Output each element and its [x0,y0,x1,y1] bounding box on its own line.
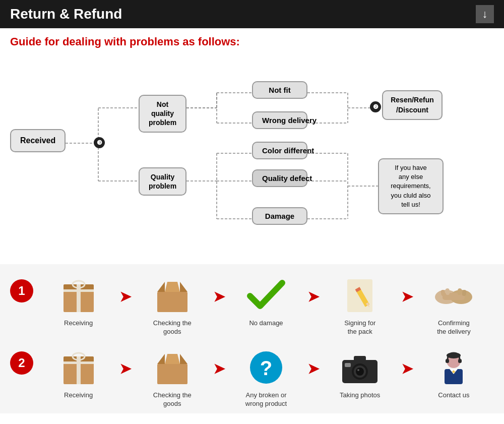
pencil-icon [337,274,383,317]
svg-marker-52 [180,354,187,364]
step-2-items: Receiving ➤ Checking thegoods ➤ [38,346,494,408]
svg-rect-30 [157,292,187,312]
step-row-2: 2 Receiving ➤ [5,341,499,413]
svg-marker-31 [157,282,165,292]
step-1-checking-label: Checking thegoods [153,319,192,336]
arrow-5: ➤ [118,346,132,377]
step-1-signing-label: Signing forthe pack [344,319,375,336]
step-1-receiving-label: Receiving [64,319,93,328]
guide-subtitle: Guide for dealing with problems as follo… [0,28,504,52]
svg-point-60 [357,369,359,371]
step-2-contact: Contact us [414,346,494,400]
not-quality-box: Not quality problem [139,95,186,133]
step-2-broken: ? Any broken orwrong product [226,346,306,408]
box-closed-icon [56,274,101,317]
resend-refund-box: Resen/Refun/Discount [382,90,443,120]
step-1-confirming-label: Confirmingthe delivery [437,319,470,336]
svg-rect-68 [458,359,462,363]
arrow-4: ➤ [400,274,414,305]
step-1-no-damage-label: No damage [249,319,283,328]
quality-problem-box: Quality problem [139,167,186,196]
requirements-box: If you haveany elserequirements,you clul… [378,158,444,214]
svg-marker-32 [180,282,187,292]
flowchart-section: Received ❸ Not quality problem Quality p… [0,52,504,264]
not-fit-box: Not fit [252,81,307,99]
svg-text:?: ? [260,357,272,379]
arrow-7: ➤ [306,346,320,377]
step-2-contact-label: Contact us [438,391,469,400]
arrow-3: ➤ [306,274,320,305]
received-box: Received [10,129,66,152]
quality-defect-box: Quality defect [252,169,307,187]
box-open-2-icon [150,346,195,389]
arrow-2: ➤ [212,274,226,305]
box-open-icon [150,274,195,317]
svg-marker-53 [165,354,180,364]
badge-2: ❷ [370,101,381,112]
person-icon [431,346,476,389]
step-2-checking: Checking thegoods [132,346,212,408]
checkmark-icon [243,274,289,317]
badge-3: ❸ [94,137,105,148]
arrow-6: ➤ [212,346,226,377]
step-row-1: 1 Receiving ➤ [5,269,499,341]
wrong-delivery-box: Wrong delivery [252,111,307,129]
box-closed-2-icon [56,346,101,389]
arrow-8: ➤ [400,346,414,377]
svg-rect-28 [64,289,94,292]
step-1-no-damage: No damage [226,274,306,328]
question-icon: ? [243,346,289,389]
damage-box: Damage [252,207,307,225]
steps-section: 1 Receiving ➤ [0,264,504,413]
step-1-receiving: Receiving [38,274,118,328]
svg-marker-51 [157,354,165,364]
page-title: Return & Refund [10,6,122,22]
svg-rect-48 [64,361,94,364]
step-2-photos-label: Taking photos [340,391,380,400]
step-1-confirming: Confirmingthe delivery [414,274,494,336]
step-1-signing: Signing forthe pack [320,274,400,336]
svg-rect-67 [446,359,449,363]
step-number-2: 2 [10,351,33,375]
header: Return & Refund ↓ [0,0,504,28]
svg-rect-61 [354,356,366,361]
step-1-checking: Checking thegoods [132,274,212,336]
step-number-1: 1 [10,279,33,302]
step-2-broken-label: Any broken orwrong product [245,391,287,408]
step-2-receiving: Receiving [38,346,118,400]
color-different-box: Color different [252,142,307,159]
svg-marker-33 [165,282,180,292]
svg-point-59 [356,368,364,376]
camera-icon [337,346,383,389]
handshake-icon [431,274,476,317]
svg-rect-50 [157,364,187,384]
svg-rect-62 [345,363,351,367]
down-arrow-icon: ↓ [476,5,494,23]
arrow-1: ➤ [118,274,132,305]
step-1-items: Receiving ➤ [38,274,494,336]
svg-rect-40 [443,293,465,300]
step-2-photos: Taking photos [320,346,400,400]
step-2-receiving-label: Receiving [64,391,93,400]
step-2-checking-label: Checking thegoods [153,391,192,408]
